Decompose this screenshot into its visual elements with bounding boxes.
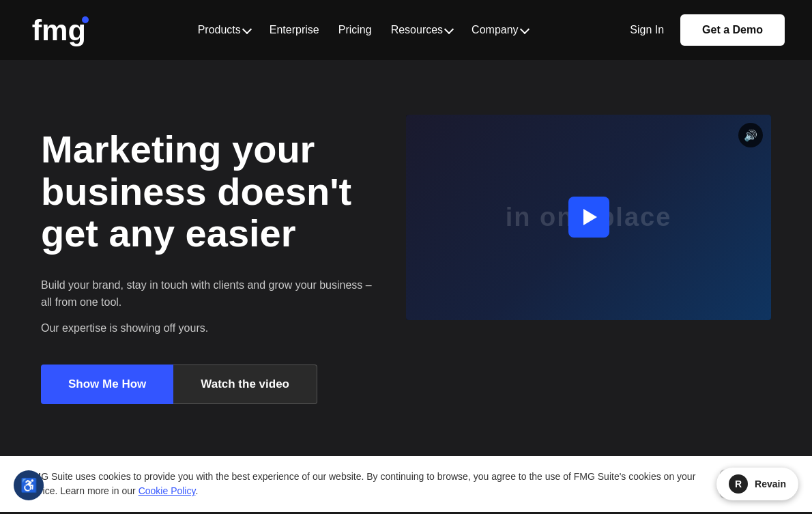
company-chevron-icon bbox=[520, 24, 530, 33]
get-demo-button[interactable]: Get a Demo bbox=[680, 14, 785, 46]
svg-text:fmg: fmg bbox=[32, 14, 86, 46]
cookie-banner: FMG Suite uses cookies to provide you wi… bbox=[0, 456, 812, 512]
hero-tagline: Our expertise is showing off yours. bbox=[41, 319, 377, 337]
video-play-button[interactable] bbox=[568, 197, 609, 238]
hero-left: Marketing your business doesn't get any … bbox=[41, 115, 377, 404]
revain-label: Revain bbox=[755, 479, 786, 489]
nav-company[interactable]: Company bbox=[472, 24, 527, 36]
volume-icon: 🔊 bbox=[744, 129, 757, 142]
logo[interactable]: fmg bbox=[27, 10, 96, 51]
main-nav: fmg Products Enterprise Pricing Resource… bbox=[0, 0, 812, 60]
hero-title: Marketing your business doesn't get any … bbox=[41, 128, 377, 255]
products-chevron-icon bbox=[242, 24, 252, 33]
show-me-how-button[interactable]: Show Me How bbox=[41, 365, 173, 404]
nav-products[interactable]: Products bbox=[198, 24, 250, 36]
nav-right: Sign In Get a Demo bbox=[630, 14, 785, 46]
revain-icon: R bbox=[729, 474, 748, 494]
nav-links: Products Enterprise Pricing Resources Co… bbox=[198, 24, 528, 36]
video-background: in one place 🔊 bbox=[406, 115, 771, 320]
hero-section: Marketing your business doesn't get any … bbox=[0, 60, 812, 456]
nav-enterprise[interactable]: Enterprise bbox=[270, 24, 319, 36]
resources-chevron-icon bbox=[444, 24, 454, 33]
nav-pricing[interactable]: Pricing bbox=[338, 24, 372, 36]
cookie-policy-link[interactable]: Cookie Policy bbox=[139, 485, 196, 496]
svg-point-1 bbox=[82, 16, 89, 23]
accessibility-icon: ♿ bbox=[20, 477, 38, 494]
hero-subtitle: Build your brand, stay in touch with cli… bbox=[41, 276, 377, 311]
accessibility-button[interactable]: ♿ bbox=[14, 470, 44, 500]
watch-video-button[interactable]: Watch the video bbox=[173, 365, 317, 404]
play-triangle-icon bbox=[583, 209, 597, 225]
revain-badge[interactable]: R Revain bbox=[716, 468, 798, 500]
hero-right: in one place 🔊 ▶ 0:58 🔊 ⚙ ⛶ bbox=[406, 115, 771, 320]
sign-in-link[interactable]: Sign In bbox=[630, 24, 664, 36]
hero-buttons: Show Me How Watch the video bbox=[41, 365, 377, 404]
cookie-text: FMG Suite uses cookies to provide you wi… bbox=[27, 470, 706, 498]
video-volume-button[interactable]: 🔊 bbox=[738, 123, 763, 147]
video-player[interactable]: in one place 🔊 ▶ 0:58 🔊 ⚙ ⛶ bbox=[406, 115, 771, 320]
nav-resources[interactable]: Resources bbox=[391, 24, 452, 36]
